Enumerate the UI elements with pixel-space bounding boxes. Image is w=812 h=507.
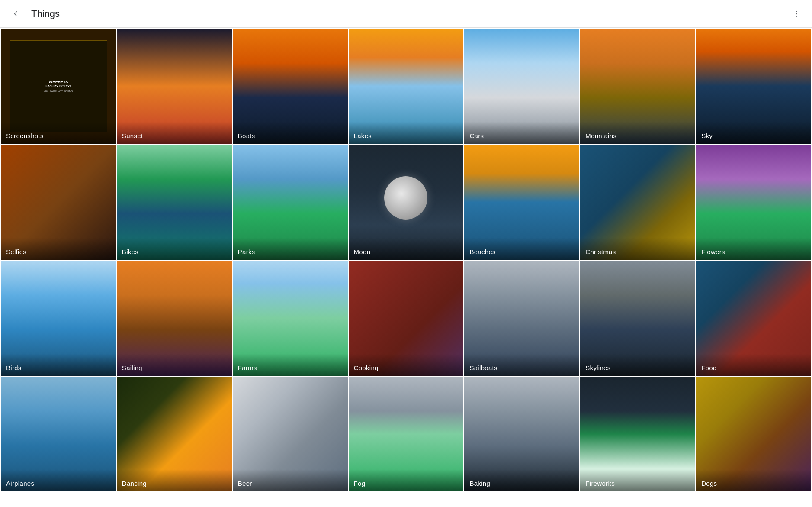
tile-label-sailboats: Sailboats [464,354,579,376]
tile-label-selfies: Selfies [1,238,116,260]
tile-label-sky: Sky [696,122,811,144]
tile-screenshots[interactable]: WHERE ISEVERYBODY! 404. PAGE NOT FOUND S… [1,29,116,144]
tile-christmas[interactable]: Christmas [580,145,695,260]
tile-dogs[interactable]: Dogs [696,377,811,492]
tile-selfies[interactable]: Selfies [1,145,116,260]
header: Things [0,0,812,28]
tile-moon[interactable]: Moon [349,145,464,260]
tile-sailing[interactable]: Sailing [117,261,232,376]
tile-parks[interactable]: Parks [233,145,348,260]
tile-label-fog: Fog [349,469,464,491]
tile-label-screenshots: Screenshots [1,122,116,144]
header-left: Things [7,5,60,23]
tile-beer[interactable]: Beer [233,377,348,492]
tile-fireworks[interactable]: Fireworks [580,377,695,492]
more-options-button[interactable] [788,5,805,23]
tile-baking[interactable]: Baking [464,377,579,492]
tile-label-birds: Birds [1,354,116,376]
tile-beaches[interactable]: Beaches [464,145,579,260]
tile-label-sunset: Sunset [117,122,232,144]
tile-flowers[interactable]: Flowers [696,145,811,260]
tile-sunset[interactable]: Sunset [117,29,232,144]
tile-label-lakes: Lakes [349,122,464,144]
moon-visual [384,176,427,220]
tile-airplanes[interactable]: Airplanes [1,377,116,492]
tile-sailboats[interactable]: Sailboats [464,261,579,376]
tile-boats[interactable]: Boats [233,29,348,144]
tile-cooking[interactable]: Cooking [349,261,464,376]
tile-cars[interactable]: Cars [464,29,579,144]
tile-label-christmas: Christmas [580,238,695,260]
tile-label-airplanes: Airplanes [1,469,116,491]
tile-label-beaches: Beaches [464,238,579,260]
tile-label-skylines: Skylines [580,354,695,376]
tile-bikes[interactable]: Bikes [117,145,232,260]
tile-farms[interactable]: Farms [233,261,348,376]
tile-fog[interactable]: Fog [349,377,464,492]
tile-birds[interactable]: Birds [1,261,116,376]
tile-label-sailing: Sailing [117,354,232,376]
tile-food[interactable]: Food [696,261,811,376]
tile-sky[interactable]: Sky [696,29,811,144]
tile-label-food: Food [696,354,811,376]
tile-label-beer: Beer [233,469,348,491]
tile-label-cooking: Cooking [349,354,464,376]
svg-point-1 [796,13,797,14]
tile-dancing[interactable]: Dancing [117,377,232,492]
tile-skylines[interactable]: Skylines [580,261,695,376]
page-title: Things [31,8,60,19]
tile-label-fireworks: Fireworks [580,469,695,491]
tile-label-flowers: Flowers [696,238,811,260]
tile-label-boats: Boats [233,122,348,144]
tile-label-dogs: Dogs [696,469,811,491]
tile-label-bikes: Bikes [117,238,232,260]
tile-lakes[interactable]: Lakes [349,29,464,144]
svg-point-2 [796,16,797,17]
svg-point-0 [796,10,797,12]
tile-label-cars: Cars [464,122,579,144]
tiles-grid: WHERE ISEVERYBODY! 404. PAGE NOT FOUND S… [0,28,812,492]
tile-label-moon: Moon [349,238,464,260]
back-button[interactable] [7,5,24,23]
tile-label-mountains: Mountains [580,122,695,144]
tile-label-baking: Baking [464,469,579,491]
tile-mountains[interactable]: Mountains [580,29,695,144]
tile-label-farms: Farms [233,354,348,376]
tile-label-parks: Parks [233,238,348,260]
tile-label-dancing: Dancing [117,469,232,491]
